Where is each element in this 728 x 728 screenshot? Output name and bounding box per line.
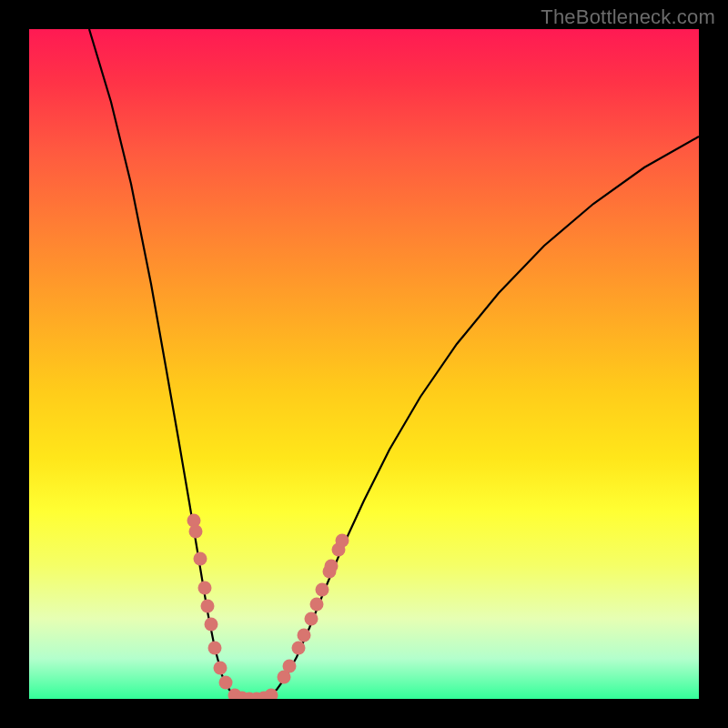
data-point (292, 642, 306, 655)
bottleneck-curve (89, 29, 699, 699)
plot-area (29, 29, 699, 699)
data-point (189, 525, 203, 539)
data-point (316, 583, 329, 597)
data-point (205, 618, 218, 632)
data-points-left (187, 514, 233, 690)
data-point (298, 629, 311, 642)
data-point (201, 600, 215, 613)
data-point (208, 642, 222, 655)
data-point (198, 581, 212, 595)
data-points-right (278, 534, 349, 684)
data-point (283, 660, 297, 673)
data-point (336, 534, 349, 548)
data-point (194, 552, 207, 566)
data-point (310, 598, 324, 612)
data-points-bottom (228, 689, 278, 700)
data-point (305, 612, 318, 626)
chart-frame: TheBottleneck.com (0, 0, 728, 728)
curve-svg (29, 29, 699, 699)
data-point (325, 560, 339, 573)
watermark-text: TheBottleneck.com (541, 5, 715, 29)
data-point (214, 662, 228, 675)
data-point (219, 676, 233, 690)
